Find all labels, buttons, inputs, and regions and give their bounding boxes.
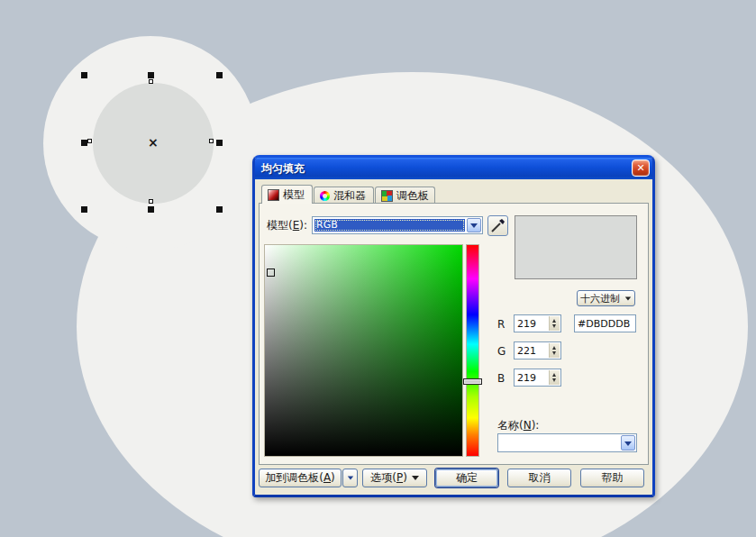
help-button[interactable]: 帮助	[580, 469, 644, 487]
spinner-icon[interactable]	[549, 370, 560, 385]
hex-value-input[interactable]: #DBDDDB	[574, 314, 636, 332]
options-button[interactable]: 选项(P)	[362, 469, 427, 487]
tab-palettes[interactable]: 调色板	[375, 187, 435, 204]
name-label: 名称(N):	[497, 418, 539, 433]
tab-model-label: 模型	[283, 187, 305, 203]
spinner-icon[interactable]	[549, 316, 560, 331]
selection-handle-middle-left[interactable]	[81, 140, 87, 146]
chevron-down-icon[interactable]	[621, 435, 635, 451]
channel-g-input[interactable]: 221	[514, 341, 561, 360]
add-to-palette-button[interactable]: 加到调色板(A)	[259, 469, 342, 487]
caret-down-icon	[625, 296, 631, 300]
selection-handle-bottom-left[interactable]	[81, 206, 87, 213]
node-handle-right[interactable]	[209, 139, 214, 143]
channel-b-input[interactable]: 219	[514, 369, 561, 387]
selection-handle-top-right[interactable]	[216, 72, 223, 78]
selection-handle-bottom-right[interactable]	[216, 206, 223, 213]
tab-mixer-label: 混和器	[333, 188, 366, 204]
eyedropper-icon	[488, 216, 507, 235]
color-model-select[interactable]: RGB	[312, 216, 483, 234]
palette-grid-icon	[381, 190, 393, 202]
node-handle-top[interactable]	[149, 79, 153, 84]
add-to-palette-dropdown-button[interactable]	[342, 469, 358, 487]
close-icon[interactable]: ✕	[632, 159, 650, 177]
selection-handle-middle-right[interactable]	[216, 140, 223, 146]
color-field-selector[interactable]	[267, 268, 275, 277]
object-center-marker: ×	[148, 136, 159, 149]
dialog-titlebar[interactable]: 均匀填充	[255, 158, 652, 179]
hexadecimal-button[interactable]: 十六进制	[577, 290, 635, 306]
ok-button[interactable]: 确定	[435, 469, 498, 487]
selection-handle-bottom-middle[interactable]	[148, 206, 154, 213]
dialog-title: 均匀填充	[261, 162, 305, 175]
uniform-fill-dialog: 均匀填充 ✕ 模型 混和器 调色板 模型(E): RGB	[252, 155, 655, 497]
hue-slider-handle[interactable]	[463, 378, 482, 385]
tab-model[interactable]: 模型	[261, 185, 313, 204]
caret-down-icon	[412, 476, 419, 480]
channel-g-label: G	[497, 345, 506, 358]
color-field[interactable]	[264, 244, 463, 457]
caret-down-icon	[347, 477, 352, 480]
node-handle-bottom[interactable]	[149, 199, 153, 204]
color-wheel-icon	[320, 191, 330, 201]
eyedropper-button[interactable]	[487, 215, 508, 236]
color-model-selected-value: RGB	[314, 219, 465, 232]
channel-b-label: B	[497, 372, 505, 385]
channel-r-input[interactable]: 219	[514, 314, 561, 332]
spinner-icon[interactable]	[549, 343, 560, 358]
chevron-down-icon[interactable]	[467, 218, 481, 232]
model-gradient-icon	[268, 189, 279, 201]
color-name-select[interactable]	[497, 433, 637, 452]
cancel-button[interactable]: 取消	[507, 469, 571, 487]
channel-r-label: R	[497, 318, 505, 331]
tab-mixer[interactable]: 混和器	[314, 187, 374, 204]
node-handle-left[interactable]	[87, 139, 92, 143]
model-label: 模型(E):	[267, 218, 307, 233]
color-preview-swatch	[515, 215, 637, 279]
hue-slider[interactable]	[466, 244, 479, 457]
tab-palettes-label: 调色板	[396, 188, 429, 204]
selection-handle-top-left[interactable]	[81, 72, 87, 78]
selection-handle-top-middle[interactable]	[148, 72, 154, 78]
model-tab-panel: 模型(E): RGB 十六进制 R 219 G 2	[259, 203, 649, 465]
